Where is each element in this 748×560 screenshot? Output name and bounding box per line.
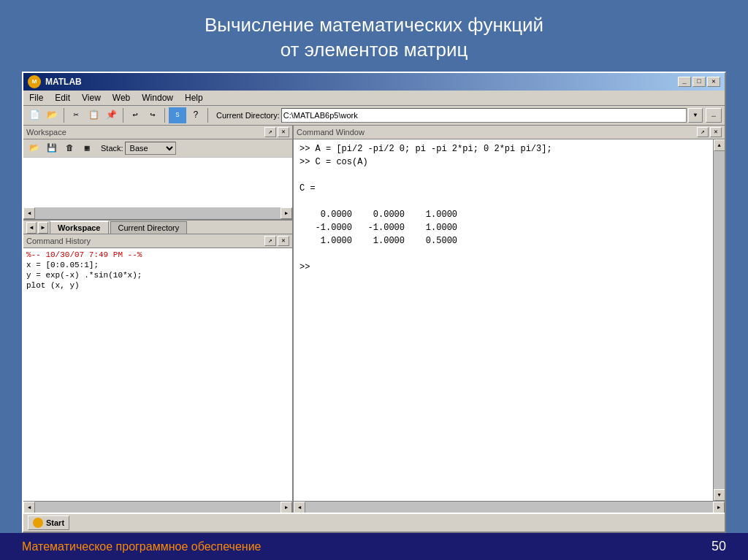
title-bar-left: M MATLAB (28, 75, 82, 88)
title-line1: Вычисление математических функций (29, 13, 719, 38)
title-bar: M MATLAB _ □ ✕ (23, 73, 725, 91)
workspace-panel-title: Workspace (26, 128, 66, 137)
new-file-button[interactable]: 📄 (26, 107, 42, 123)
history-scroll-track (35, 502, 280, 513)
tab-workspace[interactable]: Workspace (50, 220, 109, 234)
window-title: MATLAB (45, 77, 82, 87)
cmd-line-2 (299, 169, 707, 182)
tab-current-directory[interactable]: Current Directory (110, 221, 188, 234)
undo-button[interactable]: ↩ (127, 107, 143, 123)
scroll-right-btn[interactable]: ▶ (280, 207, 292, 219)
scroll-left-btn[interactable]: ◀ (23, 207, 35, 219)
cmd-scroll-track-v (714, 151, 725, 489)
history-item-1: x = [0:0.05:1]; (26, 260, 289, 270)
matlab-window: M MATLAB _ □ ✕ File Edit View Web Window… (22, 72, 726, 533)
panels-area: Workspace ↗ ✕ 📂 💾 🗑 ▦ Stack: Base (23, 126, 725, 513)
current-dir-input[interactable] (281, 108, 687, 123)
history-item-0: %-- 10/30/07 7:49 PM --% (26, 250, 289, 260)
ws-delete-btn[interactable]: 🗑 (61, 141, 77, 156)
cmd-line-4 (299, 195, 707, 208)
ws-extra-btn[interactable]: ▦ (79, 141, 95, 156)
title-line2: от элементов матриц (29, 38, 719, 63)
history-item-3: plot (x, y) (26, 280, 289, 291)
current-dir-dropdown[interactable]: ▼ (688, 108, 703, 123)
menu-window[interactable]: Window (139, 92, 176, 104)
status-bar: Start (23, 513, 725, 532)
cmd-line-5: 0.0000 0.0000 1.0000 (299, 208, 707, 221)
cmd-scroll-track-h (305, 502, 713, 513)
menu-help[interactable]: Help (182, 92, 206, 104)
workspace-arrow-btn[interactable]: ↗ (264, 127, 276, 137)
workspace-panel: Workspace ↗ ✕ 📂 💾 🗑 ▦ Stack: Base (23, 126, 292, 220)
workspace-header-buttons: ↗ ✕ (264, 127, 289, 137)
cmd-scrollbar-h[interactable]: ◀ ▶ (294, 501, 725, 513)
paste-button[interactable]: 📌 (103, 107, 119, 123)
minimize-button[interactable]: _ (678, 77, 691, 87)
right-panel: Command Window ↗ ✕ >> A = [pi/2 -pi/2 0;… (294, 126, 725, 513)
ws-new-btn[interactable]: 📂 (26, 141, 42, 156)
current-dir-browse[interactable]: … (706, 108, 722, 123)
cmd-window-with-scrollbar: >> A = [pi/2 -pi/2 0; pi -pi 2*pi; 0 2*p… (294, 139, 725, 501)
tab-nav-right[interactable]: ▶ (38, 222, 48, 234)
history-item-2: y = exp(-x) .*sin(10*x); (26, 270, 289, 280)
maximize-button[interactable]: □ (692, 77, 706, 87)
tabs-area: ◀ ▶ Workspace Current Directory (23, 220, 292, 234)
workspace-close-btn[interactable]: ✕ (278, 127, 289, 137)
toolbar: 📄 📂 ✂ 📋 📌 ↩ ↪ S ? Current Directory: ▼ … (23, 106, 725, 126)
toolbar-sep3 (164, 108, 165, 123)
scroll-track (35, 207, 280, 219)
footer-page-number: 50 (711, 539, 726, 554)
history-scroll-right[interactable]: ▶ (280, 502, 292, 513)
title-bar-buttons: _ □ ✕ (678, 77, 720, 87)
command-window-header: Command Window ↗ ✕ (294, 126, 725, 139)
history-close-btn[interactable]: ✕ (278, 236, 289, 246)
cmd-line-9: >> (299, 261, 707, 274)
command-history-title: Command History (26, 237, 91, 245)
command-window-content[interactable]: >> A = [pi/2 -pi/2 0; pi -pi 2*pi; 0 2*p… (294, 139, 713, 501)
help-button[interactable]: ? (188, 107, 204, 123)
slide-footer: Математическое программное обеспечение 5… (0, 533, 748, 560)
cmd-scroll-up[interactable]: ▲ (714, 139, 725, 151)
history-arrow-btn[interactable]: ↗ (264, 236, 276, 246)
start-button[interactable]: Start (28, 515, 69, 530)
current-dir-label: Current Directory: (216, 111, 280, 120)
copy-button[interactable]: 📋 (85, 107, 102, 123)
cmd-line-1: >> C = cos(A) (299, 156, 707, 169)
start-button-label: Start (46, 518, 64, 527)
cmd-arrow-btn[interactable]: ↗ (697, 127, 709, 137)
open-button[interactable]: 📂 (44, 107, 60, 123)
workspace-scrollbar-h[interactable]: ◀ ▶ (23, 207, 292, 219)
cmd-scroll-left[interactable]: ◀ (294, 502, 305, 513)
redo-button[interactable]: ↪ (145, 107, 161, 123)
toolbar-sep2 (123, 108, 123, 123)
menu-edit[interactable]: Edit (52, 92, 73, 104)
cmd-scrollbar-v[interactable]: ▲ ▼ (713, 139, 725, 501)
command-history-panel: Command History ↗ ✕ %-- 10/30/07 7:49 PM… (23, 234, 292, 513)
stack-label: Stack: (101, 144, 123, 153)
menu-file[interactable]: File (26, 92, 46, 104)
toolbar-sep4 (207, 108, 208, 123)
footer-text: Математическое программное обеспечение (22, 540, 261, 553)
cmd-line-8 (299, 248, 707, 261)
cmd-line-7: 1.0000 1.0000 0.5000 (299, 234, 707, 248)
cmd-line-6: -1.0000 -1.0000 1.0000 (299, 221, 707, 234)
cmd-scroll-right[interactable]: ▶ (713, 502, 725, 513)
toolbar-sep1 (64, 108, 64, 123)
simulink-button[interactable]: S (169, 107, 186, 123)
menu-view[interactable]: View (79, 92, 104, 104)
close-button[interactable]: ✕ (707, 77, 720, 87)
menu-web[interactable]: Web (110, 92, 133, 104)
command-history-header: Command History ↗ ✕ (23, 234, 292, 248)
start-logo-icon (33, 518, 43, 528)
tab-nav-left[interactable]: ◀ (26, 222, 37, 234)
stack-select[interactable]: Base (125, 142, 176, 155)
history-scrollbar-h[interactable]: ◀ ▶ (23, 501, 292, 513)
cmd-scroll-down[interactable]: ▼ (714, 489, 725, 501)
workspace-toolbar: 📂 💾 🗑 ▦ Stack: Base (23, 139, 292, 158)
cmd-line-3: C = (299, 182, 707, 195)
history-scroll-left[interactable]: ◀ (23, 502, 35, 513)
cmd-close-btn[interactable]: ✕ (710, 127, 722, 137)
cmd-header-buttons: ↗ ✕ (697, 127, 722, 137)
ws-save-btn[interactable]: 💾 (44, 141, 60, 156)
cut-button[interactable]: ✂ (68, 107, 84, 123)
